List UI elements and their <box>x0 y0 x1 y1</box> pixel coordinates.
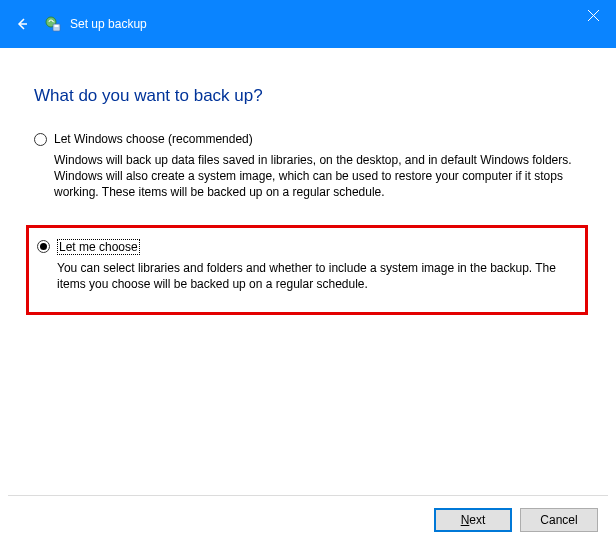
highlight-annotation: Let me choose You can select libraries a… <box>26 225 588 315</box>
option-let-windows-choose[interactable]: Let Windows choose (recommended) Windows… <box>34 130 582 203</box>
window-title: Set up backup <box>70 17 147 31</box>
desc-auto: Windows will back up data files saved in… <box>54 152 574 201</box>
titlebar: Set up backup <box>0 0 616 48</box>
backup-wizard-icon <box>44 15 62 33</box>
next-button[interactable]: Next <box>434 508 512 532</box>
desc-manual: You can select libraries and folders and… <box>57 260 575 292</box>
cancel-button[interactable]: Cancel <box>520 508 598 532</box>
wizard-content: What do you want to back up? Let Windows… <box>0 48 616 315</box>
back-arrow-icon[interactable] <box>14 16 30 32</box>
option-let-me-choose[interactable]: Let me choose You can select libraries a… <box>37 238 575 294</box>
button-bar: Next Cancel <box>434 508 598 532</box>
separator <box>8 495 608 496</box>
page-heading: What do you want to back up? <box>34 86 582 106</box>
radio-label-auto: Let Windows choose (recommended) <box>54 132 253 146</box>
close-button[interactable] <box>571 0 616 30</box>
radio-let-me-choose[interactable] <box>37 240 50 253</box>
radio-let-windows-choose[interactable] <box>34 133 47 146</box>
svg-rect-3 <box>55 25 59 27</box>
radio-label-manual: Let me choose <box>57 240 140 254</box>
